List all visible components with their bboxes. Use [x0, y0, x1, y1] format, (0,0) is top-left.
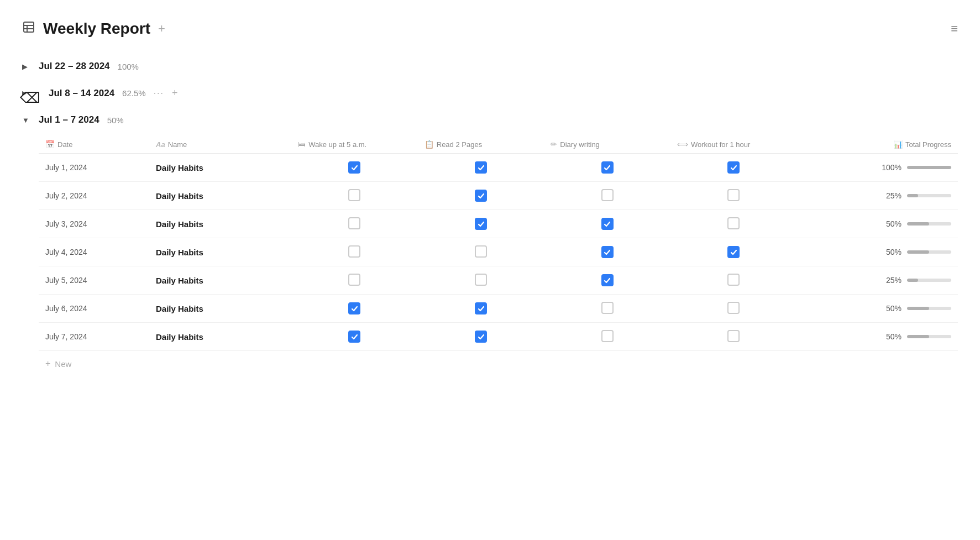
name-cell: Daily Habits — [149, 154, 291, 182]
checkbox-cell[interactable] — [418, 238, 544, 266]
checkbox-checked[interactable] — [348, 161, 360, 174]
checkbox-unchecked[interactable] — [601, 302, 614, 314]
progress-percent: 25% — [878, 276, 902, 285]
progress-cell: 25% — [796, 266, 958, 295]
name-cell: Daily Habits — [149, 238, 291, 266]
checkbox-cell[interactable] — [670, 182, 797, 210]
checkbox-checked[interactable] — [475, 218, 487, 230]
checkbox-cell[interactable] — [291, 323, 418, 351]
checkbox-cell[interactable] — [544, 295, 670, 323]
table-row: July 2, 2024Daily Habits 25% — [39, 182, 958, 210]
checkbox-cell[interactable] — [670, 154, 797, 182]
progress-cell-inner: 25% — [803, 182, 951, 209]
week-2-add-button[interactable]: + — [172, 87, 178, 99]
checkbox-checked[interactable] — [727, 161, 740, 174]
progress-cell: 50% — [796, 323, 958, 351]
checkbox-cell[interactable] — [291, 154, 418, 182]
chevron-right-icon-2: ▶ — [22, 90, 31, 97]
page-header: Weekly Report + ≡ — [22, 20, 958, 38]
svg-rect-0 — [24, 22, 34, 32]
checkbox-checked[interactable] — [475, 190, 487, 202]
checkbox-cell[interactable] — [670, 295, 797, 323]
checkbox-checked[interactable] — [601, 218, 614, 230]
table-row: July 5, 2024Daily Habits 25% — [39, 266, 958, 295]
checkbox-cell[interactable] — [291, 238, 418, 266]
checkbox-checked[interactable] — [475, 331, 487, 343]
checkbox-checked[interactable] — [727, 246, 740, 258]
week-row-2[interactable]: ▶ ⌫ Jul 8 – 14 2024 62.5% ··· + — [22, 82, 958, 104]
table-icon — [22, 20, 35, 37]
week-1-percent: 100% — [118, 62, 139, 71]
checkbox-cell[interactable] — [291, 182, 418, 210]
checkbox-cell[interactable] — [418, 182, 544, 210]
checkbox-cell[interactable] — [291, 295, 418, 323]
checkbox-cell[interactable] — [544, 210, 670, 238]
checkbox-unchecked[interactable] — [727, 217, 740, 229]
date-cell: July 7, 2024 — [39, 323, 149, 351]
checkbox-cell[interactable] — [418, 323, 544, 351]
table-row: July 6, 2024Daily Habits 50% — [39, 295, 958, 323]
checkbox-cell[interactable] — [544, 154, 670, 182]
checkbox-checked[interactable] — [475, 161, 487, 174]
progress-percent: 50% — [878, 219, 902, 228]
table-row: July 4, 2024Daily Habits 50% — [39, 238, 958, 266]
checkbox-unchecked[interactable] — [348, 217, 360, 229]
chevron-down-icon: ▼ — [22, 116, 31, 124]
name-cell: Daily Habits — [149, 210, 291, 238]
bed-icon: 🛏 — [298, 140, 306, 149]
add-page-button[interactable]: + — [158, 22, 165, 36]
week-row-1[interactable]: ▶ Jul 22 – 28 2024 100% — [22, 55, 958, 77]
checkbox-unchecked[interactable] — [348, 245, 360, 258]
new-row-button[interactable]: + New — [39, 351, 958, 371]
progress-percent: 25% — [878, 191, 902, 200]
checkbox-cell[interactable] — [670, 210, 797, 238]
progress-cell: 25% — [796, 182, 958, 210]
week-3-label: Jul 1 – 7 2024 — [39, 114, 99, 125]
checkbox-unchecked[interactable] — [727, 330, 740, 342]
progress-bar-track — [907, 335, 951, 338]
checkbox-cell[interactable] — [544, 266, 670, 295]
week-row-3[interactable]: ▼ Jul 1 – 7 2024 50% — [22, 109, 958, 131]
checkbox-checked[interactable] — [348, 302, 360, 314]
checkbox-checked[interactable] — [475, 302, 487, 314]
checkbox-cell[interactable] — [544, 323, 670, 351]
checkbox-checked[interactable] — [601, 246, 614, 258]
checkbox-cell[interactable] — [418, 154, 544, 182]
checkbox-checked[interactable] — [601, 161, 614, 174]
checkbox-unchecked[interactable] — [348, 274, 360, 286]
checkbox-unchecked[interactable] — [727, 302, 740, 314]
col-header-diary: ✏ Diary writing — [544, 135, 670, 154]
checkbox-unchecked[interactable] — [348, 189, 360, 201]
page-title: Weekly Report — [43, 20, 150, 38]
checkbox-cell[interactable] — [670, 323, 797, 351]
checkbox-cell[interactable] — [291, 210, 418, 238]
checkbox-cell[interactable] — [418, 266, 544, 295]
new-row-label: New — [55, 359, 71, 369]
name-cell: Daily Habits — [149, 266, 291, 295]
checkbox-cell[interactable] — [670, 266, 797, 295]
checkbox-unchecked[interactable] — [727, 189, 740, 201]
checkbox-unchecked[interactable] — [475, 274, 487, 286]
checkbox-unchecked[interactable] — [601, 330, 614, 342]
menu-icon[interactable]: ≡ — [951, 22, 958, 36]
progress-percent: 50% — [878, 304, 902, 313]
checkbox-checked[interactable] — [601, 274, 614, 286]
progress-cell: 50% — [796, 238, 958, 266]
checkbox-unchecked[interactable] — [727, 274, 740, 286]
week-2-dots[interactable]: ··· — [154, 88, 164, 98]
checkbox-cell[interactable] — [418, 295, 544, 323]
chart-icon: 📊 — [893, 140, 903, 149]
progress-bar-fill — [907, 166, 951, 169]
progress-bar-fill — [907, 279, 918, 282]
checkbox-cell[interactable] — [544, 238, 670, 266]
checkbox-unchecked[interactable] — [475, 245, 487, 258]
checkbox-cell[interactable] — [291, 266, 418, 295]
checkbox-cell[interactable] — [418, 210, 544, 238]
table-row: July 3, 2024Daily Habits 50% — [39, 210, 958, 238]
checkbox-unchecked[interactable] — [601, 189, 614, 201]
week-1-label: Jul 22 – 28 2024 — [39, 61, 110, 72]
checkbox-checked[interactable] — [348, 331, 360, 343]
checkbox-cell[interactable] — [670, 238, 797, 266]
progress-bar-track — [907, 279, 951, 282]
checkbox-cell[interactable] — [544, 182, 670, 210]
